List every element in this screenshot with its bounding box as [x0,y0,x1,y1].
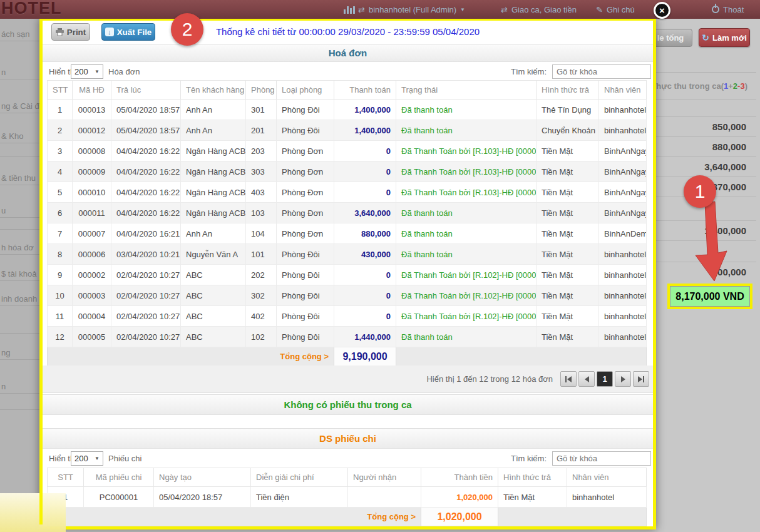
expense-total-label: Tổng cộng > [48,508,421,526]
current-page-button[interactable]: 1 [597,371,613,387]
export-file-button[interactable]: ↓ Xuất File [101,23,155,41]
select-arrow-icon: ▼ [95,69,100,74]
printer-icon [56,28,64,36]
shift-summary-value: 850,000 [656,116,756,136]
file-total-button[interactable]: le tổng [656,29,692,47]
modal-toolbar: Thống kê chi tiết từ 00:00:00 29/03/2020… [43,21,653,44]
cell-paid-time: 04/04/2020 16:22 [111,182,181,203]
cell-room: 203 [246,141,277,161]
formula-2: 2 [733,81,737,91]
invoice-col-header: STT [48,81,73,100]
expense-col-header: Ngày tạo [154,468,251,487]
expense-col-header: Thành tiền [421,468,498,487]
cell-guest-name: ABC [181,265,246,285]
cell-invoice-code: 000013 [73,100,111,120]
invoice-row[interactable]: 1100000402/04/2020 10:27ABC402Phòng Đôi0… [48,306,647,327]
top-bar: HOTEL ⇄ binhanhotel (Full Admin) ▼ ⇄ Gia… [0,0,760,19]
sidebar-item[interactable]: n [1,382,39,391]
invoice-row[interactable]: 500001004/04/2020 16:22Ngân Hàng ACB403P… [48,182,647,203]
last-page-button[interactable] [633,371,649,387]
sidebar-divider [0,156,39,157]
invoice-page-size-select[interactable]: 200 ▼ [71,64,103,79]
sidebar-item[interactable]: h hóa đơ [1,243,39,252]
invoice-row[interactable]: 100001305/04/2020 18:57Anh An301Phòng Đô… [48,100,647,120]
select-arrow-icon: ▼ [95,456,100,461]
sidebar-item[interactable]: ng [1,348,39,357]
cell-paid-time: 02/04/2020 10:27 [111,285,181,306]
cell-room-type: Phòng Đôi [277,265,334,285]
expense-section-heading: DS phiếu chi [43,428,653,449]
shift-summary-value: 400,000 [656,262,756,281]
user-menu[interactable]: ⇄ binhanhotel (Full Admin) ▼ [358,0,465,19]
transfer-icon: ⇄ [501,5,508,14]
invoice-row[interactable]: 800000603/04/2020 10:21Nguyễn Văn A101Ph… [48,244,647,265]
invoice-table: STTMã HĐTrả lúcTên khách hàngPhòngLoại p… [47,80,647,366]
invoice-row[interactable]: 1200000502/04/2020 10:27ABC102Phòng Đôi1… [48,327,647,347]
ghi-chu-menu[interactable]: ✎ Ghi chú [596,0,635,19]
sidebar-item[interactable]: $ tài khoả [1,269,39,279]
shift-summary-value: 880,000 [656,136,756,156]
invoice-col-header: Loại phòng [277,81,334,100]
refresh-button[interactable]: ↻ Làm mới [699,28,750,47]
invoice-row[interactable]: 700000704/04/2020 16:21Anh An104Phòng Đơ… [48,223,647,244]
giao-ca-menu[interactable]: ⇄ Giao ca, Giao tiền [501,0,577,19]
cell-invoice-code: 000002 [73,265,111,285]
cell-amount: 880,000 [334,223,396,244]
cell-staff: binhanhotel [599,120,647,141]
cell-pay-method: Tiền Mặt [537,203,599,223]
cell-room: 202 [246,265,277,285]
cell-expense-desc: Tiền điện [251,487,348,508]
cell-invoice-code: 000006 [73,244,111,265]
sidebar-item[interactable]: inh doanh [1,294,39,304]
invoice-row[interactable]: 300000804/04/2020 16:22Ngân Hàng ACB203P… [48,141,647,161]
cell-room: 402 [246,306,277,327]
invoice-search-input[interactable] [552,64,651,79]
statistics-modal: Thống kê chi tiết từ 00:00:00 29/03/2020… [39,18,656,529]
expense-page-size-select[interactable]: 200 ▼ [71,451,103,466]
cell-pay-method: Tiền Mặt [537,285,599,306]
invoice-total-row: Tổng cộng > 9,190,000 [48,347,647,366]
sidebar-item[interactable]: ách sạn [1,29,39,39]
first-page-button[interactable] [560,371,577,387]
sidebar-divider [0,409,39,410]
expense-row[interactable]: 1PC00000105/04/2020 18:57Tiền điện1,020,… [48,487,647,508]
sidebar-item[interactable]: ng & Cài đ [1,101,39,111]
logout-menu[interactable]: Thoát [712,0,744,19]
expense-search-input[interactable] [552,451,651,466]
cell-paid-time: 03/04/2020 10:21 [111,244,181,265]
sidebar-item[interactable]: & tiền thu [1,173,39,183]
print-button[interactable]: Print [51,23,90,41]
annotation-badge-2: 2 [171,13,203,46]
receipt-note: Không có phiếu thu trong ca [43,394,653,415]
bar-chart-icon [344,6,355,14]
cell-staff: BinhAnNgay [599,182,647,203]
refresh-label: Làm mới [712,33,747,43]
invoice-row[interactable]: 400000904/04/2020 16:22Ngân Hàng ACB303P… [48,161,647,182]
sidebar-item[interactable]: & Kho [1,131,39,141]
cell-status: Đã thanh toán [396,203,537,223]
cell-paid-time: 02/04/2020 10:27 [111,327,181,347]
cell-room-type: Phòng Đơn [277,161,334,182]
cell-room: 201 [246,120,277,141]
invoice-row[interactable]: 200001205/04/2020 18:57Anh An201Phòng Đô… [48,120,647,141]
cell-stt: 6 [48,203,73,223]
sidebar-item[interactable]: n [1,68,39,77]
cell-guest-name: Ngân Hàng ACB [181,182,246,203]
sidebar-divider [0,217,39,218]
sidebar-divider [0,359,39,360]
cell-guest-name: Ngân Hàng ACB [181,203,246,223]
cell-staff: binhanhotel [567,487,647,508]
sidebar-item[interactable]: u [1,206,39,215]
next-page-button[interactable] [615,371,631,387]
hotel-logo: HOTEL [1,0,62,18]
invoice-row[interactable]: 1000000302/04/2020 10:27ABC302Phòng Đôi0… [48,285,647,306]
sidebar-divider [0,305,39,306]
expense-col-header: Nhân viên [567,468,647,487]
invoice-row[interactable]: 900000202/04/2020 10:27ABC202Phòng Đôi0Đ… [48,265,647,285]
invoice-row[interactable]: 600001104/04/2020 16:22Ngân Hàng ACB103P… [48,203,647,223]
invoice-col-header: Tên khách hàng [181,81,246,100]
invoice-total-label: Tổng cộng > [48,347,334,366]
cell-pay-method: Tiền Mặt [537,161,599,182]
prev-page-button[interactable] [578,371,595,387]
close-icon[interactable]: × [654,2,670,19]
